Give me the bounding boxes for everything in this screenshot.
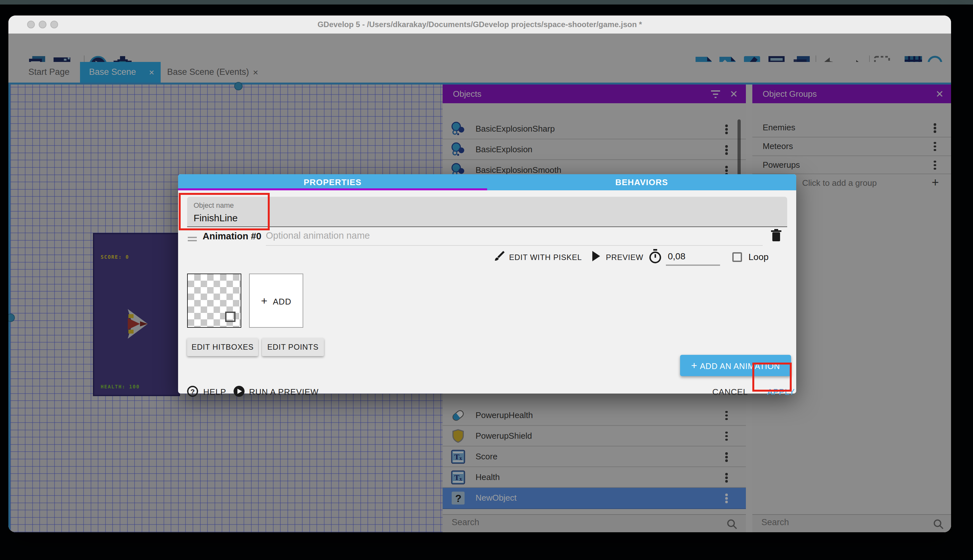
- animation-name-input[interactable]: [266, 230, 627, 241]
- preview-button[interactable]: PREVIEW: [606, 253, 643, 262]
- desktop-edge: [0, 0, 973, 5]
- object-name-field[interactable]: Object name: [187, 197, 787, 227]
- plus-icon: +: [691, 360, 698, 371]
- frame-select-checkbox[interactable]: [225, 312, 235, 322]
- annotation-box-object-name: [179, 193, 270, 230]
- active-tab-indicator: [178, 188, 487, 190]
- title-bar: GDevelop 5 - /Users/dkarakay/Documents/G…: [8, 15, 951, 34]
- edit-hitboxes-button[interactable]: EDIT HITBOXES: [187, 338, 258, 356]
- help-icon: ?: [187, 386, 198, 397]
- cancel-button[interactable]: CANCEL: [712, 387, 748, 397]
- tab-behaviors[interactable]: BEHAVIORS: [487, 174, 796, 190]
- annotation-box-apply: [752, 363, 792, 392]
- duration-underline: [666, 265, 720, 265]
- loop-checkbox[interactable]: [732, 252, 742, 262]
- help-button[interactable]: HELP: [203, 387, 226, 397]
- minimize-traffic-light[interactable]: [39, 21, 47, 28]
- tab-properties[interactable]: PROPERTIES: [178, 174, 487, 190]
- app-window: GDevelop 5 - /Users/dkarakay/Documents/G…: [8, 15, 951, 532]
- edit-points-button[interactable]: EDIT POINTS: [262, 338, 324, 356]
- screenshot-root: GDevelop 5 - /Users/dkarakay/Documents/G…: [0, 0, 973, 560]
- loop-label: Loop: [748, 252, 768, 262]
- timer-icon: [648, 249, 662, 267]
- animation-input-underline: [266, 245, 763, 246]
- zoom-traffic-light[interactable]: [50, 21, 58, 28]
- frame-duration-input[interactable]: [668, 251, 713, 261]
- dialog-tabs: PROPERTIES BEHAVIORS: [178, 174, 796, 190]
- close-traffic-light[interactable]: [27, 21, 35, 28]
- run-a-preview-button[interactable]: RUN A PREVIEW: [249, 387, 319, 397]
- run-preview-icon: [233, 386, 245, 397]
- drag-handle-icon[interactable]: [188, 237, 197, 238]
- window-title: GDevelop 5 - /Users/dkarakay/Documents/G…: [8, 15, 951, 33]
- frame-thumbnail-empty[interactable]: [187, 273, 241, 328]
- delete-animation-icon[interactable]: [770, 228, 783, 245]
- plus-icon: +: [261, 295, 268, 307]
- edit-with-piskel-button[interactable]: EDIT WITH PISKEL: [509, 253, 582, 262]
- piskel-brush-icon: [493, 251, 505, 265]
- preview-play-icon: [591, 251, 601, 264]
- animation-name-label: Animation #0: [203, 231, 261, 241]
- add-frame-button[interactable]: + ADD: [249, 273, 303, 328]
- object-editor-dialog: PROPERTIES BEHAVIORS Object name Animati…: [178, 174, 796, 393]
